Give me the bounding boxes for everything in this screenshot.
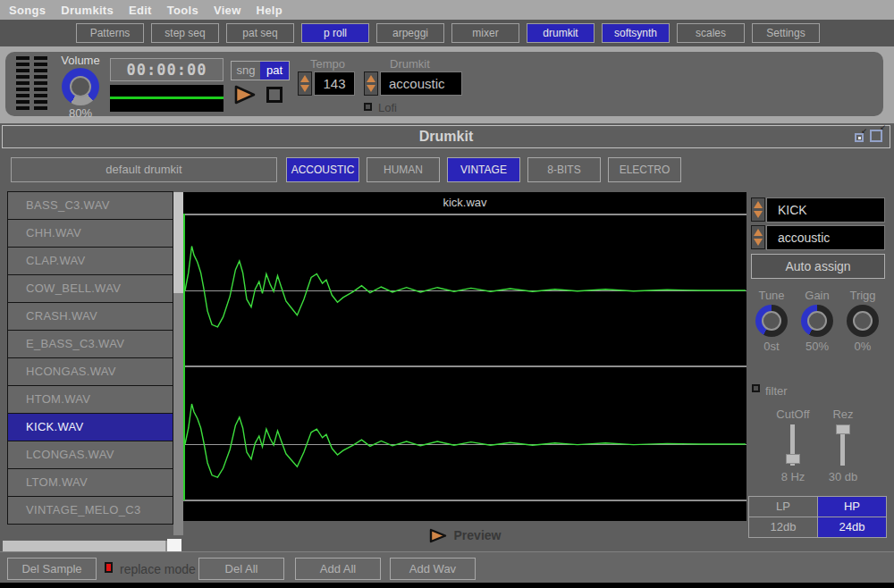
menu-edit[interactable]: Edit (129, 4, 152, 17)
play-icon (232, 84, 257, 105)
kit-name-field[interactable]: default drumkit (11, 157, 277, 182)
tab-settings[interactable]: Settings (752, 23, 820, 43)
menu-songs[interactable]: Songs (9, 4, 46, 17)
tempo-value[interactable]: 143 (314, 71, 355, 96)
tab-p-roll[interactable]: p roll (301, 23, 369, 43)
list-item[interactable]: HTOM.WAV (7, 385, 173, 414)
stop-button[interactable] (266, 87, 283, 103)
kit-spinner[interactable] (751, 225, 765, 249)
tab-arpeggi[interactable]: arpeggi (376, 23, 444, 43)
kit-button-accoustic[interactable]: ACCOUSTIC (286, 157, 359, 182)
bottom-toolbar: Del Sample replace mode Del All Add All … (0, 551, 894, 583)
list-item[interactable]: COW_BELL.WAV (7, 274, 173, 303)
scrollbar-thumb[interactable] (3, 541, 165, 551)
mode-pattern-button[interactable]: pat (260, 62, 289, 80)
cutoff-value: 8 Hz (769, 470, 817, 483)
window-shade-button[interactable]: ↙ (855, 133, 864, 142)
scrollbar-thumb[interactable] (173, 192, 183, 293)
lofi-checkbox[interactable] (364, 103, 372, 111)
volume-label: Volume (50, 54, 111, 67)
filter-lp-button[interactable]: LP (748, 496, 818, 517)
play-button[interactable] (232, 84, 257, 105)
list-item[interactable]: VINTAGE_MELO_C3 (7, 496, 173, 525)
rez-value: 30 db (819, 470, 867, 483)
tune-knob-group: Tune 0st (749, 289, 794, 353)
auto-assign-button[interactable]: Auto assign (751, 254, 885, 279)
spinner-down-icon (754, 239, 763, 246)
filter-sliders: CutOff 8 Hz Rez 30 db (769, 407, 867, 483)
mode-song-button[interactable]: sng (232, 62, 260, 80)
drumkit-value[interactable]: accoustic (380, 71, 462, 96)
song-pattern-toggle: sng pat (231, 61, 290, 80)
list-item[interactable]: CLAP.WAV (7, 247, 173, 275)
spinner-down-icon (300, 85, 309, 92)
del-sample-button[interactable]: Del Sample (7, 558, 97, 580)
drumkit-spinner[interactable] (364, 71, 378, 96)
menu-help[interactable]: Help (257, 4, 283, 17)
tab-scales[interactable]: scales (677, 23, 745, 43)
tab-softsynth[interactable]: softsynth (602, 23, 670, 43)
tab-pat-seq[interactable]: pat seq (226, 23, 294, 43)
tab-mixer[interactable]: mixer (451, 23, 519, 43)
sample-name-field[interactable]: KICK (766, 197, 885, 223)
list-item[interactable]: CHH.WAV (7, 219, 173, 248)
del-all-button[interactable]: Del All (198, 558, 284, 580)
trigg-knob-group: Trigg 0% (840, 289, 885, 353)
gain-knob[interactable] (801, 305, 833, 337)
rez-slider[interactable] (819, 424, 867, 466)
cutoff-slider[interactable] (769, 424, 817, 466)
drumkit-label: Drumkit (390, 57, 430, 71)
slider-handle[interactable] (836, 424, 850, 434)
kit-button-electro[interactable]: ELECTRO (608, 157, 681, 182)
slider-handle[interactable] (786, 454, 800, 464)
kit-button-8bits[interactable]: 8-BITS (527, 157, 601, 182)
replace-mode-checkbox[interactable] (105, 562, 113, 573)
replace-mode-label: replace mode (120, 562, 196, 576)
volume-group: Volume 80% (50, 54, 111, 120)
preview-play-icon (429, 528, 447, 543)
list-item[interactable]: E_BASS_C3.WAV (7, 330, 173, 358)
list-item-selected[interactable]: KICK.WAV (7, 413, 173, 441)
rez-slider-group: Rez 30 db (819, 407, 867, 483)
list-item[interactable]: HCONGAS.WAV (7, 357, 173, 386)
volume-knob[interactable] (62, 68, 99, 105)
menu-bar: Songs Drumkits Edit Tools View Help (0, 0, 894, 20)
filter-12db-button[interactable]: 12db (748, 517, 818, 538)
window-controls: ↙ ↙ (855, 130, 882, 142)
menu-tools[interactable]: Tools (167, 4, 198, 17)
preview-label: Preview (454, 528, 502, 542)
cutoff-label: CutOff (769, 407, 817, 421)
list-horizontal-scrollbar[interactable] (3, 541, 181, 551)
add-all-button[interactable]: Add All (295, 558, 381, 580)
list-item[interactable]: LTOM.WAV (7, 468, 173, 497)
trigg-knob[interactable] (847, 305, 879, 337)
tune-value: 0st (749, 340, 794, 353)
menu-drumkits[interactable]: Drumkits (61, 4, 114, 17)
filter-checkbox[interactable] (752, 384, 760, 392)
list-item[interactable]: CRASH.WAV (7, 302, 173, 331)
filter-hp-button[interactable]: HP (817, 496, 887, 517)
window-maximize-button[interactable]: ↙ (870, 130, 882, 142)
tempo-spinner[interactable] (298, 71, 312, 96)
tab-drumkit[interactable]: drumkit (527, 23, 595, 43)
add-wav-button[interactable]: Add Wav (390, 558, 476, 580)
tab-bar: Patterns step seq pat seq p roll arpeggi… (0, 20, 894, 46)
tune-knob[interactable] (755, 305, 788, 337)
waveform-channel-right (185, 369, 746, 500)
preview-button[interactable]: Preview (183, 522, 746, 549)
kit-name-value[interactable]: accoustic (766, 225, 885, 250)
menu-view[interactable]: View (214, 4, 241, 17)
list-item[interactable]: LCONGAS.WAV (7, 441, 173, 469)
tune-label: Tune (749, 289, 794, 302)
kit-button-human[interactable]: HUMAN (367, 157, 440, 182)
tab-patterns[interactable]: Patterns (76, 23, 144, 43)
kit-button-vintage[interactable]: VINTAGE (447, 157, 520, 182)
list-vertical-scrollbar[interactable] (173, 192, 183, 535)
filter-24db-button[interactable]: 24db (817, 517, 887, 538)
sample-spinner[interactable] (751, 197, 765, 222)
bottom-edge (0, 583, 894, 588)
tab-step-seq[interactable]: step seq (151, 23, 219, 43)
list-item[interactable]: BASS_C3.WAV (7, 191, 173, 220)
spinner-up-icon (754, 229, 763, 236)
maximize-icon (870, 130, 882, 142)
